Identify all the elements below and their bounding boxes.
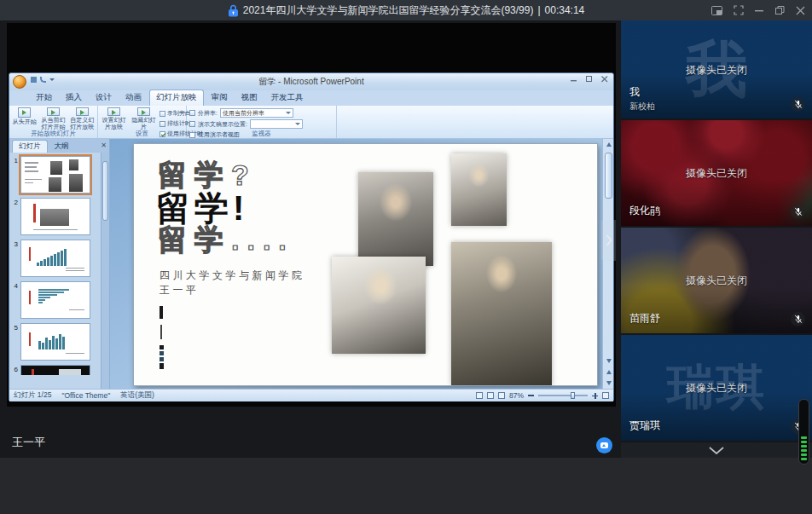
- slide-editor-area: 留学? 留学! 留学.... 四川大学文学与新闻学院 王一平: [110, 139, 604, 389]
- theme-name: "Office Theme": [61, 391, 110, 400]
- ribbon-tab-bar: 开始 插入 设计 动画 幻灯片放映 审阅 视图 开发工具: [9, 90, 613, 106]
- zoom-out-icon[interactable]: [528, 395, 534, 396]
- slideshow-view-icon[interactable]: [498, 392, 505, 399]
- resolution-label: 分辨率:: [198, 109, 218, 118]
- slide-mark: [160, 363, 164, 369]
- slide-number: 4: [11, 281, 18, 319]
- ppt-minimize-icon[interactable]: [571, 76, 577, 83]
- close-icon[interactable]: [796, 6, 805, 15]
- ppt-close-icon[interactable]: [601, 76, 608, 83]
- tab-slideshow[interactable]: 幻灯片放映: [149, 90, 204, 106]
- panel-tabs: 幻灯片 大纲 ✕: [9, 139, 109, 153]
- participant-tile[interactable]: 瑞琪 摄像头已关闭 贾瑞琪: [621, 335, 812, 441]
- next-slide-icon[interactable]: [603, 378, 614, 389]
- qat-dropdown-icon[interactable]: [49, 78, 55, 81]
- dropdown-caret-icon: [295, 123, 300, 125]
- zoom-in-icon[interactable]: [592, 393, 598, 399]
- slide-thumbnail-3[interactable]: [20, 240, 90, 277]
- lock-icon: [228, 4, 239, 17]
- zoom-slider[interactable]: [538, 395, 588, 396]
- custom-slideshow-button[interactable]: 自定义幻灯片放映: [68, 107, 96, 130]
- slide-number: 6: [11, 365, 18, 375]
- setup-group-label: 设置: [98, 130, 186, 138]
- slide-thumbnail-2[interactable]: [20, 198, 90, 235]
- quick-access-toolbar[interactable]: [31, 77, 55, 83]
- slide-counter: 幻灯片 1/25: [14, 390, 51, 401]
- title-separator: |: [537, 4, 540, 16]
- tab-developer[interactable]: 开发工具: [265, 90, 310, 106]
- setup-slideshow-button[interactable]: 设置幻灯片放映: [100, 107, 128, 130]
- slide-number: 5: [11, 323, 18, 361]
- resolution-dropdown[interactable]: 使用当前分辨率: [220, 108, 293, 118]
- slide-thumbnail-5[interactable]: [20, 323, 90, 361]
- scroll-up-icon[interactable]: [603, 139, 614, 150]
- scroll-down-icon[interactable]: [603, 355, 614, 367]
- custom-slideshow-label: 自定义幻灯片放映: [68, 117, 96, 130]
- fit-to-window-icon[interactable]: [602, 392, 609, 399]
- thumbnail-list: 1 2: [9, 153, 109, 375]
- portrait-photo-3: [332, 257, 426, 354]
- from-beginning-label: 从头开始: [13, 118, 37, 125]
- scrollbar-thumb[interactable]: [605, 153, 612, 199]
- show-on-icon: [189, 121, 195, 127]
- normal-view-icon[interactable]: [476, 392, 483, 399]
- rehearse-timings-icon: [160, 121, 165, 127]
- ribbon: 从头开始 从当前幻灯片开始 自定义幻灯片放映 开始放映幻灯片: [9, 106, 613, 139]
- slide-number: 2: [11, 198, 18, 235]
- slide-mark: [160, 357, 164, 361]
- resolution-icon: [189, 110, 195, 116]
- panel-tab-slides[interactable]: 幻灯片: [12, 140, 48, 153]
- participant-tile-self[interactable]: 我 摄像头已关闭 我 新校柏: [621, 20, 812, 118]
- minimize-icon[interactable]: [755, 6, 764, 15]
- participant-org: 新校柏: [629, 101, 655, 113]
- zoom-percentage[interactable]: 87%: [509, 391, 524, 400]
- zoom-slider-knob[interactable]: [571, 392, 575, 399]
- language-indicator[interactable]: 英语(美国): [120, 390, 154, 401]
- show-on-dropdown[interactable]: [250, 119, 303, 129]
- save-icon[interactable]: [31, 77, 37, 83]
- slide-title-outline-2: 留学....: [158, 221, 294, 260]
- window-controls: [711, 0, 805, 20]
- editor-scrollbar[interactable]: [602, 139, 613, 389]
- from-current-slide-button[interactable]: 从当前幻灯片开始: [39, 107, 67, 130]
- fullscreen-icon[interactable]: [734, 5, 744, 15]
- mic-muted-icon: [791, 312, 805, 326]
- collapse-participants-button[interactable]: [621, 442, 812, 458]
- panel-tab-outline[interactable]: 大纲: [49, 141, 75, 153]
- participant-tile[interactable]: 摄像头已关闭 段化鹃: [621, 120, 812, 226]
- slide-sorter-icon[interactable]: [487, 392, 494, 399]
- office-button-icon[interactable]: [13, 75, 26, 89]
- chevron-down-icon: [709, 447, 724, 454]
- from-current-label: 从当前幻灯片开始: [39, 117, 67, 130]
- from-current-slide-icon: [47, 107, 60, 116]
- tab-view[interactable]: 视图: [235, 90, 264, 106]
- participant-tile[interactable]: 摄像头已关闭 苗雨舒: [621, 228, 812, 333]
- tab-home[interactable]: 开始: [30, 90, 58, 106]
- tab-review[interactable]: 审阅: [206, 90, 234, 106]
- slide-presenter: 王一平: [160, 283, 200, 297]
- share-indicator-icon[interactable]: [596, 437, 612, 453]
- previous-slide-icon[interactable]: [603, 367, 614, 378]
- panel-close-icon[interactable]: ✕: [101, 141, 107, 149]
- from-beginning-icon: [18, 107, 31, 118]
- tab-design[interactable]: 设计: [90, 90, 118, 106]
- participants-sidebar: 我 摄像头已关闭 我 新校柏 摄像头已关闭 段化鹃 摄像头已关闭 苗雨舒: [621, 20, 812, 458]
- hide-slide-button[interactable]: 隐藏幻灯片: [130, 107, 158, 130]
- slide-thumbnail-1[interactable]: [20, 156, 90, 193]
- meeting-title: 2021年四川大学文学与新闻学院出国留学经验分享交流会(93/99): [243, 3, 534, 18]
- slide-thumbnail-6[interactable]: [20, 365, 90, 375]
- slide-number: 1: [11, 156, 18, 193]
- ppt-restore-icon[interactable]: [586, 76, 593, 83]
- tab-insert[interactable]: 插入: [60, 90, 88, 106]
- from-beginning-button[interactable]: 从头开始: [10, 107, 38, 130]
- current-slide: 留学? 留学! 留学.... 四川大学文学与新闻学院 王一平: [133, 143, 598, 386]
- undo-icon[interactable]: [40, 77, 46, 83]
- meeting-toolbar: 钉钉 取消静音 开启摄像头 共享窗口 挂断: [0, 458, 812, 514]
- tab-animations[interactable]: 动画: [119, 90, 148, 106]
- panel-scrollbar[interactable]: [101, 153, 109, 389]
- mini-window-icon[interactable]: [711, 6, 722, 15]
- chevron-right-icon: [606, 234, 612, 246]
- sidebar-expand-handle[interactable]: [601, 220, 616, 261]
- restore-icon[interactable]: [775, 6, 785, 15]
- slide-thumbnail-4[interactable]: [20, 281, 90, 319]
